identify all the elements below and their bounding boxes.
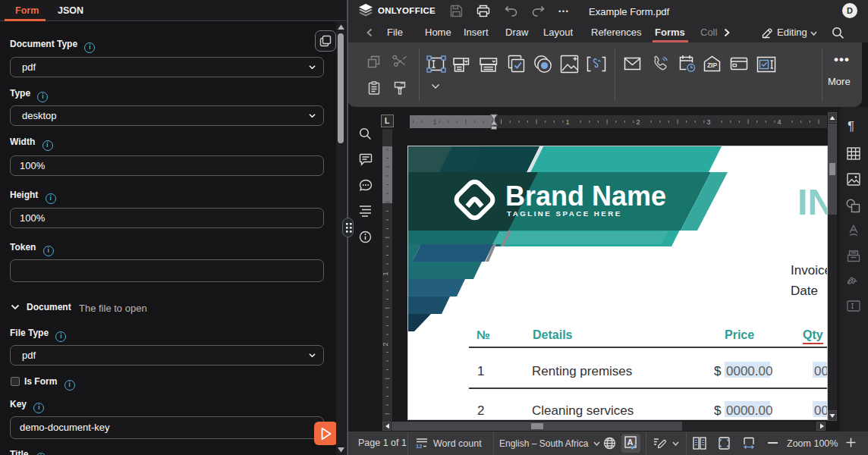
svg-text:A: A: [627, 438, 634, 447]
svg-text:12: 12: [416, 443, 422, 450]
svg-text:ZIP: ZIP: [707, 61, 718, 69]
svg-text:IN: IN: [797, 181, 827, 222]
svg-text:3: 3: [706, 118, 710, 126]
svg-text:2: 2: [636, 118, 640, 126]
svg-text:1: 1: [565, 118, 569, 126]
svg-text:1: 1: [382, 271, 389, 275]
svg-text:Brand Name: Brand Name: [505, 180, 666, 212]
svg-text:1: 1: [432, 118, 436, 126]
svg-text:TAGLINE SPACE HERE: TAGLINE SPACE HERE: [507, 209, 622, 218]
svg-text:4: 4: [777, 118, 781, 126]
svg-text:2: 2: [382, 342, 389, 346]
